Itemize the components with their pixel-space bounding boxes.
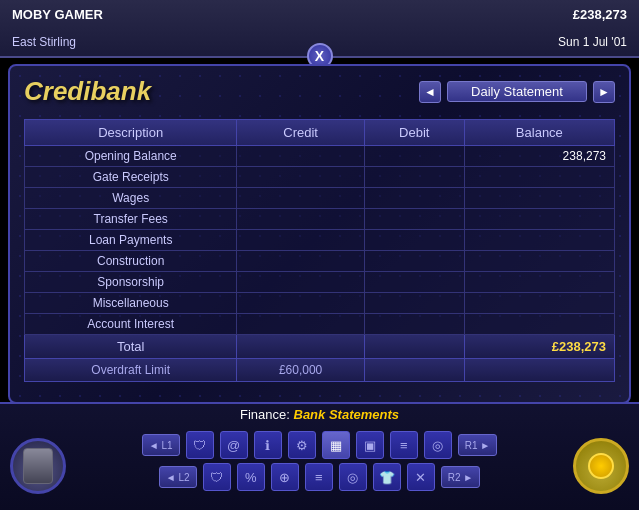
box-icon[interactable]: ▣ xyxy=(356,431,384,459)
left-stick xyxy=(10,438,66,494)
at-icon[interactable]: @ xyxy=(220,431,248,459)
row-description: Account Interest xyxy=(25,314,237,335)
col-balance: Balance xyxy=(464,120,614,146)
bank-header: Credibank ◄ Daily Statement ► xyxy=(24,76,615,107)
row-debit xyxy=(364,230,464,251)
row-balance xyxy=(464,251,614,272)
statement-next-button[interactable]: ► xyxy=(593,81,615,103)
col-description: Description xyxy=(25,120,237,146)
total-debit xyxy=(364,335,464,359)
row-debit xyxy=(364,188,464,209)
row-balance xyxy=(464,188,614,209)
cross-icon[interactable]: ⊕ xyxy=(271,463,299,491)
row-debit xyxy=(364,167,464,188)
toolbar-bottom: ◄ L2 🛡 % ⊕ ≡ ◎ 👕 ✕ R2 ► xyxy=(0,463,639,495)
row-debit xyxy=(364,314,464,335)
row-credit xyxy=(237,209,364,230)
r2-button[interactable]: R2 ► xyxy=(441,466,480,488)
row-balance: 238,273 xyxy=(464,146,614,167)
finance-label: Finance: xyxy=(240,407,290,422)
statement-selector: ◄ Daily Statement ► xyxy=(419,81,615,103)
row-debit xyxy=(364,293,464,314)
row-balance xyxy=(464,230,614,251)
circle-icon[interactable]: ◎ xyxy=(424,431,452,459)
overdraft-balance xyxy=(464,359,614,382)
row-debit xyxy=(364,251,464,272)
right-stick-inner xyxy=(588,453,614,479)
finance-bar: Finance: Bank Statements xyxy=(0,404,639,425)
row-description: Construction xyxy=(25,251,237,272)
row-credit xyxy=(237,293,364,314)
percent-icon[interactable]: % xyxy=(237,463,265,491)
row-balance xyxy=(464,272,614,293)
bank-title: Credibank xyxy=(24,76,151,107)
overdraft-credit: £60,000 xyxy=(237,359,364,382)
row-credit xyxy=(237,251,364,272)
table-row: Gate Receipts xyxy=(25,167,615,188)
row-credit xyxy=(237,314,364,335)
row-credit xyxy=(237,146,364,167)
overdraft-row: Overdraft Limit £60,000 xyxy=(25,359,615,382)
row-description: Opening Balance xyxy=(25,146,237,167)
total-credit xyxy=(237,335,364,359)
top-bar: MOBY GAMER £238,273 East Stirling X Sun … xyxy=(0,0,639,58)
table-row: Construction xyxy=(25,251,615,272)
toolbar-top: ◄ L1 🛡 @ ℹ ⚙ ▦ ▣ ≡ ◎ R1 ► xyxy=(0,425,639,463)
row-credit xyxy=(237,188,364,209)
statement-label: Daily Statement xyxy=(447,81,587,102)
finance-value: Bank Statements xyxy=(294,407,399,422)
table-row: Sponsorship xyxy=(25,272,615,293)
shield2-icon[interactable]: 🛡 xyxy=(203,463,231,491)
left-stick-inner xyxy=(23,448,53,484)
row-debit xyxy=(364,146,464,167)
l2-button[interactable]: ◄ L2 xyxy=(159,466,197,488)
row-balance xyxy=(464,314,614,335)
row-description: Wages xyxy=(25,188,237,209)
money-display: £238,273 xyxy=(573,7,627,22)
table-row: Miscellaneous xyxy=(25,293,615,314)
row-description: Sponsorship xyxy=(25,272,237,293)
row-balance xyxy=(464,293,614,314)
table-row: Loan Payments xyxy=(25,230,615,251)
table-row: Wages xyxy=(25,188,615,209)
main-panel: Credibank ◄ Daily Statement ► Descriptio… xyxy=(8,64,631,404)
statement-prev-button[interactable]: ◄ xyxy=(419,81,441,103)
r1-button[interactable]: R1 ► xyxy=(458,434,497,456)
bottom-toolbar: Finance: Bank Statements ◄ L1 🛡 @ ℹ ⚙ ▦ … xyxy=(0,402,639,510)
row-description: Miscellaneous xyxy=(25,293,237,314)
l1-button[interactable]: ◄ L1 xyxy=(142,434,180,456)
table-body: Opening Balance238,273Gate ReceiptsWages… xyxy=(25,146,615,335)
col-credit: Credit xyxy=(237,120,364,146)
bank-table: Description Credit Debit Balance Opening… xyxy=(24,119,615,382)
x-icon[interactable]: ✕ xyxy=(407,463,435,491)
overdraft-label: Overdraft Limit xyxy=(25,359,237,382)
row-description: Loan Payments xyxy=(25,230,237,251)
row-debit xyxy=(364,209,464,230)
info-icon[interactable]: ℹ xyxy=(254,431,282,459)
total-balance: £238,273 xyxy=(464,335,614,359)
right-stick xyxy=(573,438,629,494)
shield-icon[interactable]: 🛡 xyxy=(186,431,214,459)
row-debit xyxy=(364,272,464,293)
list-icon[interactable]: ≡ xyxy=(390,431,418,459)
table-row: Opening Balance238,273 xyxy=(25,146,615,167)
table-row: Account Interest xyxy=(25,314,615,335)
table-header-row: Description Credit Debit Balance xyxy=(25,120,615,146)
gear-icon[interactable]: ⚙ xyxy=(288,431,316,459)
row-balance xyxy=(464,209,614,230)
row-balance xyxy=(464,167,614,188)
total-label: Total xyxy=(25,335,237,359)
grid-icon[interactable]: ▦ xyxy=(322,431,350,459)
total-row: Total £238,273 xyxy=(25,335,615,359)
team-name: East Stirling xyxy=(12,35,76,49)
player-name: MOBY GAMER xyxy=(12,7,103,22)
list2-icon[interactable]: ≡ xyxy=(305,463,333,491)
date-display: Sun 1 Jul '01 xyxy=(558,35,627,49)
table-row: Transfer Fees xyxy=(25,209,615,230)
shirt-icon[interactable]: 👕 xyxy=(373,463,401,491)
overdraft-debit xyxy=(364,359,464,382)
target-icon[interactable]: ◎ xyxy=(339,463,367,491)
col-debit: Debit xyxy=(364,120,464,146)
row-credit xyxy=(237,167,364,188)
row-credit xyxy=(237,272,364,293)
